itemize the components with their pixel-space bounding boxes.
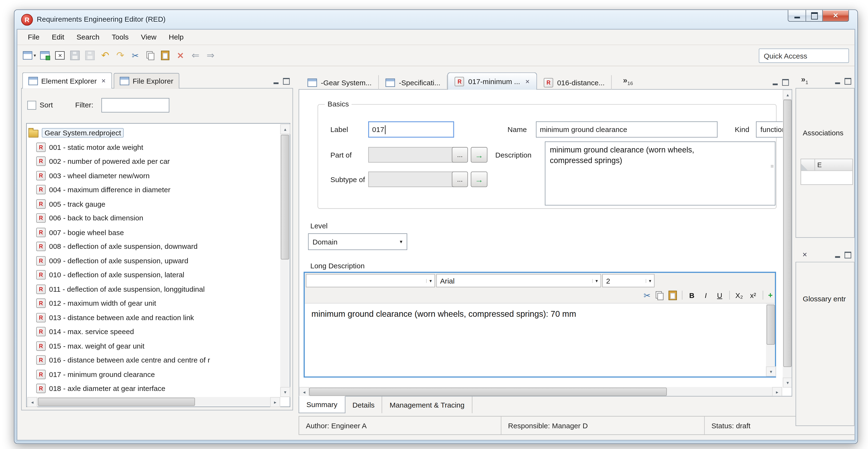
font-size-combo[interactable]: 2 ▼ bbox=[602, 274, 654, 287]
editor-tab-specification[interactable]: -Specificati... bbox=[379, 75, 447, 90]
tab-close-icon[interactable]: ✕ bbox=[101, 77, 106, 84]
cut-icon[interactable]: ✂ bbox=[644, 291, 651, 299]
editor-tab-gear-system[interactable]: -Gear System... bbox=[301, 75, 379, 90]
scroll-left-icon[interactable]: ◄ bbox=[299, 387, 309, 396]
italic-button[interactable]: I bbox=[701, 291, 710, 299]
tree-item[interactable]: R002 - number of powered axle per car bbox=[28, 154, 277, 168]
copy-button[interactable] bbox=[144, 48, 157, 63]
tree-item[interactable]: R010 - deflection of axle suspension, la… bbox=[28, 268, 277, 282]
editor-hscroll-thumb[interactable] bbox=[309, 388, 667, 396]
associations-table-body[interactable] bbox=[801, 171, 852, 184]
minimize-view-icon[interactable] bbox=[835, 252, 840, 257]
richtext-vscrollbar[interactable]: ▼ bbox=[766, 303, 775, 377]
scroll-right-icon[interactable]: ► bbox=[270, 397, 280, 407]
menu-tools[interactable]: Tools bbox=[105, 33, 135, 41]
tree-item[interactable]: R004 - maximum difference in diameter bbox=[28, 183, 277, 197]
scroll-down-icon[interactable]: ▼ bbox=[766, 366, 776, 377]
page-tab-management-tracing[interactable]: Management & Tracing bbox=[382, 396, 472, 413]
label-input[interactable]: 017 bbox=[368, 121, 454, 137]
tree-item[interactable]: R009 - deflection of axle suspension, up… bbox=[28, 254, 277, 268]
editor-vscroll-thumb[interactable] bbox=[783, 100, 792, 367]
maximize-view-icon[interactable] bbox=[845, 78, 851, 85]
richtext-vscroll-thumb[interactable] bbox=[767, 305, 775, 345]
subtype-of-goto-button[interactable]: → bbox=[471, 171, 487, 187]
subscript-button[interactable]: X₂ bbox=[735, 291, 744, 299]
paste-button[interactable] bbox=[159, 48, 172, 63]
cut-button[interactable]: ✂ bbox=[129, 48, 142, 63]
minimize-view-icon[interactable] bbox=[274, 79, 279, 84]
corner-sort-cell[interactable] bbox=[801, 159, 815, 170]
forward-button[interactable]: ⇒ bbox=[204, 48, 217, 63]
tree-vscroll-thumb[interactable] bbox=[281, 135, 289, 259]
menu-edit[interactable]: Edit bbox=[45, 33, 70, 41]
tree-item[interactable]: R017 - minimum ground clearance bbox=[28, 367, 277, 382]
menu-file[interactable]: File bbox=[22, 33, 45, 41]
maximize-view-icon[interactable] bbox=[845, 252, 851, 258]
tab-close-icon[interactable]: ✕ bbox=[525, 78, 530, 84]
tree-hscrollbar[interactable]: ◄ ► bbox=[27, 397, 280, 406]
editor-hscrollbar[interactable]: ◄ ► bbox=[299, 387, 782, 396]
tree-item[interactable]: R011 - deflection of axle suspension, lo… bbox=[28, 282, 277, 296]
tree-item[interactable]: R008 - deflection of axle suspension, do… bbox=[28, 239, 277, 254]
long-description-input[interactable]: minimum ground clearance (worn wheels, c… bbox=[305, 303, 775, 377]
minimize-button[interactable] bbox=[788, 10, 806, 22]
description-input[interactable]: minimum ground clearance (worn wheels, c… bbox=[545, 141, 775, 205]
tree-item[interactable]: R014 - max. service speeed bbox=[28, 325, 277, 339]
sort-checkbox[interactable] bbox=[27, 101, 36, 109]
hidden-editor-tabs-chevron[interactable]: »16 bbox=[623, 76, 633, 86]
subtype-of-browse-button[interactable]: ... bbox=[452, 171, 468, 187]
open-button[interactable] bbox=[38, 48, 52, 63]
menu-help[interactable]: Help bbox=[163, 33, 190, 41]
scroll-up-icon[interactable]: ▲ bbox=[783, 90, 792, 100]
tree-item[interactable]: R001 - static motor axle weight bbox=[28, 140, 277, 154]
chevron-down-icon[interactable]: ▼ bbox=[426, 279, 435, 283]
maximize-view-icon[interactable] bbox=[283, 78, 290, 85]
editor-vscrollbar[interactable]: ▲ ▼ bbox=[783, 90, 792, 388]
tree-vscrollbar[interactable]: ▲ ▼ bbox=[280, 124, 289, 397]
paste-icon[interactable] bbox=[669, 290, 677, 300]
part-of-goto-button[interactable]: → bbox=[471, 147, 487, 163]
underline-button[interactable]: U bbox=[715, 291, 724, 299]
filter-input[interactable] bbox=[101, 98, 169, 113]
chevron-down-icon[interactable]: ▼ bbox=[646, 279, 654, 283]
tree-item[interactable]: R005 - track gauge bbox=[28, 197, 277, 211]
tree-item[interactable]: R015 - max. weight of gear unit bbox=[28, 339, 277, 353]
scroll-left-icon[interactable]: ◄ bbox=[27, 397, 37, 407]
tree-item[interactable]: R006 - back to back dimension bbox=[28, 211, 277, 225]
menu-view[interactable]: View bbox=[135, 33, 162, 41]
name-input[interactable]: minimum ground clearance bbox=[536, 121, 718, 137]
font-family-combo[interactable]: Arial ▼ bbox=[436, 274, 601, 287]
part-of-input[interactable] bbox=[368, 147, 454, 163]
editor-tab-017-minimum[interactable]: R 017-minimum ... ✕ bbox=[447, 72, 537, 90]
copy-icon[interactable] bbox=[656, 291, 663, 299]
chevron-down-icon[interactable]: ▼ bbox=[396, 239, 406, 244]
chevron-down-icon[interactable]: ▼ bbox=[592, 279, 600, 283]
tab-file-explorer[interactable]: File Explorer bbox=[114, 73, 180, 89]
scroll-down-icon[interactable]: ▼ bbox=[783, 378, 792, 388]
undo-button[interactable]: ↶ bbox=[98, 48, 112, 63]
save-button[interactable] bbox=[68, 48, 82, 63]
tree-item[interactable]: R007 - bogie wheel base bbox=[28, 225, 277, 239]
scroll-down-icon[interactable]: ▼ bbox=[280, 387, 290, 397]
menu-search[interactable]: Search bbox=[70, 33, 105, 41]
superscript-button[interactable]: x² bbox=[749, 291, 757, 299]
tree-item[interactable]: R016 - distance between axle centre and … bbox=[28, 353, 277, 367]
redo-button[interactable]: ↷ bbox=[114, 48, 127, 63]
tree-item-project[interactable]: Gear System.redproject bbox=[28, 126, 277, 140]
page-tab-summary[interactable]: Summary bbox=[299, 396, 345, 413]
bold-button[interactable]: B bbox=[687, 291, 696, 299]
minimize-view-icon[interactable] bbox=[773, 80, 778, 85]
scroll-up-icon[interactable]: ▲ bbox=[280, 124, 290, 134]
column-header-e[interactable]: E bbox=[815, 159, 852, 170]
maximize-button[interactable] bbox=[806, 10, 823, 22]
font-style-combo[interactable]: ▼ bbox=[306, 274, 435, 287]
save-all-button[interactable] bbox=[84, 48, 97, 63]
new-button[interactable]: ▼ bbox=[23, 48, 37, 63]
maximize-view-icon[interactable] bbox=[782, 79, 789, 86]
quick-access-input[interactable]: Quick Access bbox=[759, 49, 849, 63]
tree-hscroll-thumb[interactable] bbox=[38, 398, 195, 406]
subtype-of-input[interactable] bbox=[368, 171, 454, 187]
tree-item[interactable]: R012 - maximum width of gear unit bbox=[28, 296, 277, 311]
tab-close-icon[interactable]: ✕ bbox=[802, 251, 807, 258]
new-dropdown-icon[interactable]: ▼ bbox=[33, 54, 37, 57]
